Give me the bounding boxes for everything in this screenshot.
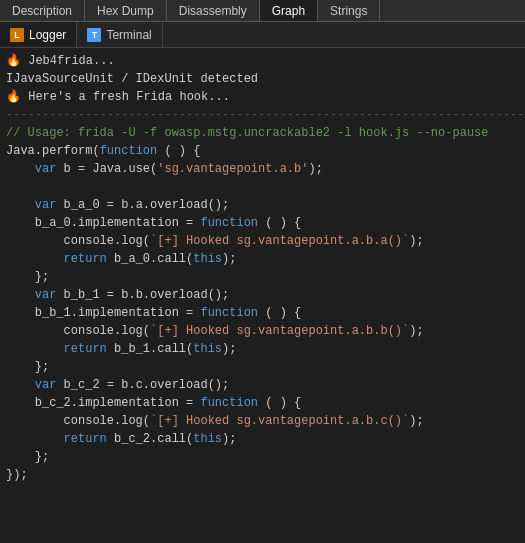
line-17: };: [6, 358, 519, 376]
line-22: };: [6, 448, 519, 466]
line-6: Java.perform(function ( ) {: [6, 142, 519, 160]
logger-label: Logger: [29, 28, 66, 42]
line-16: return b_b_1.call(this);: [6, 340, 519, 358]
line-11: return b_a_0.call(this);: [6, 250, 519, 268]
line-21: return b_c_2.call(this);: [6, 430, 519, 448]
line-2: IJavaSourceUnit / IDexUnit detected: [6, 70, 519, 88]
line-7: var b = Java.use('sg.vantagepoint.a.b');: [6, 160, 519, 178]
line-15: console.log(`[+] Hooked sg.vantagepoint.…: [6, 322, 519, 340]
line-13: var b_b_1 = b.b.overload();: [6, 286, 519, 304]
line-20: console.log(`[+] Hooked sg.vantagepoint.…: [6, 412, 519, 430]
line-19: b_c_2.implementation = function ( ) {: [6, 394, 519, 412]
line-12: };: [6, 268, 519, 286]
line-4: ----------------------------------------…: [6, 106, 519, 124]
logger-icon: L: [10, 28, 24, 42]
terminal-icon: T: [87, 28, 101, 42]
tab-disassembly[interactable]: Disassembly: [167, 0, 260, 21]
tab-description[interactable]: Description: [0, 0, 85, 21]
line-5: // Usage: frida -U -f owasp.mstg.uncrack…: [6, 124, 519, 142]
tab-graph[interactable]: Graph: [260, 0, 318, 21]
tab-bar-second: L Logger T Terminal: [0, 22, 525, 48]
line-blank-1: [6, 178, 519, 196]
terminal-label: Terminal: [106, 28, 151, 42]
output-area[interactable]: 🔥 Jeb4frida... IJavaSourceUnit / IDexUni…: [0, 48, 525, 543]
tab-terminal[interactable]: T Terminal: [77, 22, 162, 47]
line-1: 🔥 Jeb4frida...: [6, 52, 519, 70]
line-14: b_b_1.implementation = function ( ) {: [6, 304, 519, 322]
tab-logger[interactable]: L Logger: [0, 22, 77, 47]
line-3: 🔥 Here's a fresh Frida hook...: [6, 88, 519, 106]
line-18: var b_c_2 = b.c.overload();: [6, 376, 519, 394]
line-9: b_a_0.implementation = function ( ) {: [6, 214, 519, 232]
tab-hex-dump[interactable]: Hex Dump: [85, 0, 167, 21]
tab-strings[interactable]: Strings: [318, 0, 380, 21]
line-23: });: [6, 466, 519, 484]
line-10: console.log(`[+] Hooked sg.vantagepoint.…: [6, 232, 519, 250]
tab-bar-top: Description Hex Dump Disassembly Graph S…: [0, 0, 525, 22]
line-8: var b_a_0 = b.a.overload();: [6, 196, 519, 214]
